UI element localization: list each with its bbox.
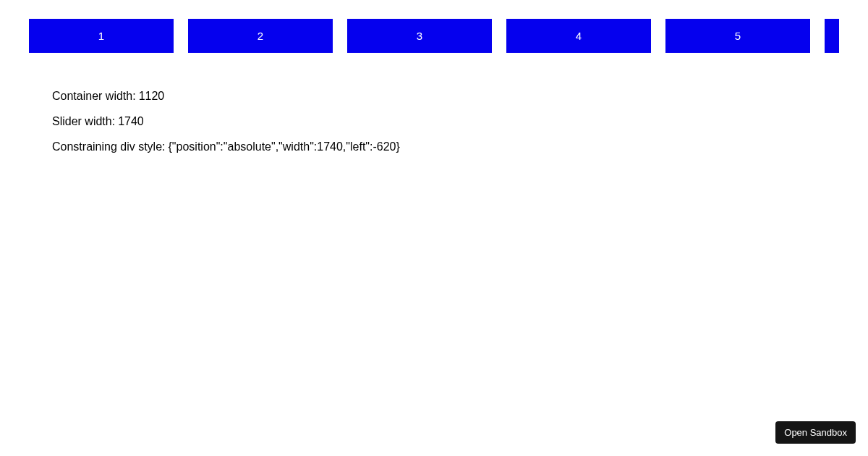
slider-track[interactable]: 1 2 3 4 5 6: [29, 19, 839, 53]
info-constraining-style-label: Constraining div style:: [52, 140, 166, 153]
slide-4[interactable]: 4: [506, 19, 651, 53]
slider-viewport: 1 2 3 4 5 6: [29, 19, 839, 53]
info-slider-width-label: Slider width:: [52, 115, 115, 127]
open-sandbox-button[interactable]: Open Sandbox: [775, 421, 856, 444]
info-slider-width-value: 1740: [118, 115, 144, 127]
slide-5[interactable]: 5: [665, 19, 810, 53]
slide-6[interactable]: 6: [825, 19, 839, 53]
slide-3[interactable]: 3: [347, 19, 492, 53]
info-container-width-label: Container width:: [52, 90, 136, 102]
info-container-width: Container width:1120: [52, 89, 164, 103]
slide-2[interactable]: 2: [188, 19, 333, 53]
info-slider-width: Slider width:1740: [52, 114, 144, 128]
info-container-width-value: 1120: [139, 90, 165, 102]
info-constraining-style: Constraining div style:{"position":"abso…: [52, 140, 400, 153]
info-constraining-style-value: {"position":"absolute","width":1740,"lef…: [169, 140, 400, 153]
slide-1[interactable]: 1: [29, 19, 174, 53]
